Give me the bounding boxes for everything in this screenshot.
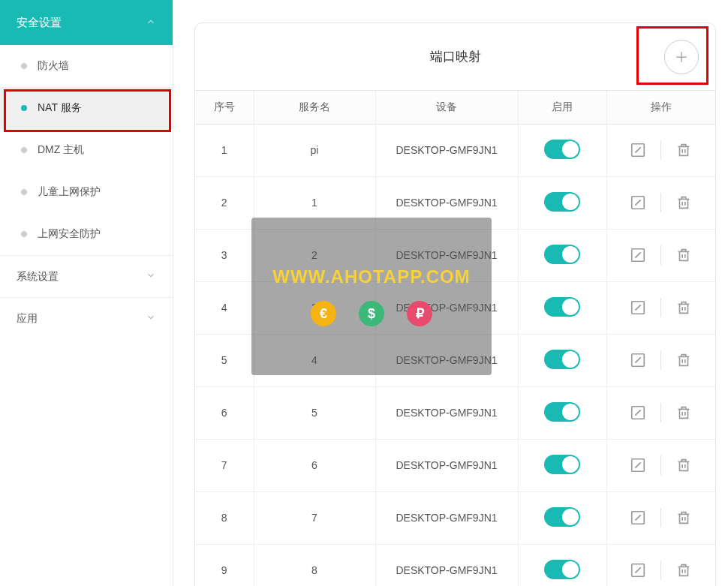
edit-button[interactable] (615, 242, 660, 269)
cell-enable (518, 386, 606, 439)
svg-line-17 (636, 515, 641, 520)
table-row: 65DESKTOP-GMF9JN1 (195, 386, 715, 439)
cell-seq: 7 (195, 439, 254, 491)
toggle-knob (562, 351, 579, 368)
enable-toggle[interactable] (544, 297, 580, 317)
bullet-icon (21, 63, 27, 69)
sidebar-section-0[interactable]: 系统设置 (0, 255, 173, 297)
svg-line-3 (636, 147, 641, 152)
bullet-icon (21, 147, 27, 153)
svg-line-13 (636, 410, 641, 415)
table-row: 32DESKTOP-GMF9JN1 (195, 229, 715, 281)
add-button[interactable] (664, 40, 699, 74)
trash-icon (675, 404, 692, 421)
table-row: 21DESKTOP-GMF9JN1 (195, 176, 715, 229)
sidebar-item-1[interactable]: NAT 服务 (0, 87, 173, 129)
trash-icon (675, 142, 692, 158)
edit-icon (630, 457, 646, 473)
cell-enable (518, 334, 606, 386)
panel-title: 端口映射 (430, 48, 481, 65)
chevron-up-icon (146, 17, 156, 29)
delete-button[interactable] (661, 347, 706, 374)
sidebar-item-2[interactable]: DMZ 主机 (0, 129, 173, 171)
bullet-icon (21, 189, 27, 195)
sidebar-item-0[interactable]: 防火墙 (0, 45, 173, 87)
cell-operate (606, 229, 715, 281)
delete-button[interactable] (661, 242, 706, 269)
table-row: 87DESKTOP-GMF9JN1 (195, 491, 715, 544)
cell-name: 2 (254, 229, 375, 281)
delete-button[interactable] (661, 504, 706, 531)
sidebar-item-label: 儿童上网保护 (38, 185, 101, 199)
enable-toggle[interactable] (544, 140, 580, 159)
enable-toggle[interactable] (544, 560, 580, 579)
cell-seq: 1 (195, 124, 254, 176)
cell-device: DESKTOP-GMF9JN1 (375, 334, 518, 386)
cell-operate (606, 386, 715, 439)
trash-icon (675, 247, 692, 263)
th-operate: 操作 (606, 91, 715, 124)
table-row: 76DESKTOP-GMF9JN1 (195, 439, 715, 491)
sidebar-section-label: 系统设置 (17, 270, 59, 284)
cell-enable (518, 491, 606, 544)
edit-icon (630, 352, 646, 368)
toggle-knob (562, 404, 579, 420)
cell-enable (518, 176, 606, 229)
table-row: 1piDESKTOP-GMF9JN1 (195, 124, 715, 176)
edit-button[interactable] (615, 189, 660, 216)
delete-button[interactable] (661, 399, 706, 426)
enable-toggle[interactable] (544, 350, 580, 369)
sidebar-header-security[interactable]: 安全设置 (0, 0, 173, 45)
bullet-icon (21, 231, 27, 237)
edit-button[interactable] (615, 504, 660, 531)
table-row: 43DESKTOP-GMF9JN1 (195, 281, 715, 334)
edit-icon (630, 194, 646, 211)
edit-button[interactable] (615, 557, 660, 584)
cell-operate (606, 334, 715, 386)
table-row: 98DESKTOP-GMF9JN1 (195, 544, 715, 586)
edit-button[interactable] (615, 137, 660, 164)
trash-icon (675, 457, 692, 473)
cell-device: DESKTOP-GMF9JN1 (375, 386, 518, 439)
chevron-down-icon (146, 312, 156, 325)
cell-enable (518, 281, 606, 334)
delete-button[interactable] (661, 452, 706, 479)
delete-button[interactable] (661, 137, 706, 164)
toggle-knob (562, 456, 579, 473)
svg-line-7 (636, 252, 641, 257)
sidebar-item-label: 防火墙 (38, 59, 69, 73)
enable-toggle[interactable] (544, 192, 580, 212)
edit-button[interactable] (615, 452, 660, 479)
enable-toggle[interactable] (544, 402, 580, 422)
edit-icon (630, 562, 646, 578)
toggle-knob (562, 141, 579, 158)
sidebar-section-1[interactable]: 应用 (0, 297, 173, 339)
sidebar-header-label: 安全设置 (17, 16, 62, 30)
chevron-down-icon (146, 270, 156, 283)
edit-button[interactable] (615, 399, 660, 426)
sidebar-section-label: 应用 (17, 312, 38, 326)
plus-icon (674, 50, 689, 65)
cell-seq: 5 (195, 334, 254, 386)
enable-toggle[interactable] (544, 507, 580, 527)
delete-button[interactable] (661, 557, 706, 584)
delete-button[interactable] (661, 189, 706, 216)
edit-button[interactable] (615, 347, 660, 374)
trash-icon (675, 352, 692, 368)
toggle-knob (562, 299, 579, 315)
edit-icon (630, 247, 646, 263)
cell-seq: 3 (195, 229, 254, 281)
enable-toggle[interactable] (544, 245, 580, 264)
edit-icon (630, 509, 646, 526)
delete-button[interactable] (661, 294, 706, 321)
cell-device: DESKTOP-GMF9JN1 (375, 229, 518, 281)
cell-name: 7 (254, 491, 375, 544)
sidebar-item-3[interactable]: 儿童上网保护 (0, 171, 173, 213)
enable-toggle[interactable] (544, 455, 580, 474)
cell-name: 1 (254, 176, 375, 229)
cell-name: 8 (254, 544, 375, 586)
sidebar-item-4[interactable]: 上网安全防护 (0, 213, 173, 255)
cell-operate (606, 544, 715, 586)
edit-button[interactable] (615, 294, 660, 321)
svg-line-15 (636, 462, 641, 467)
